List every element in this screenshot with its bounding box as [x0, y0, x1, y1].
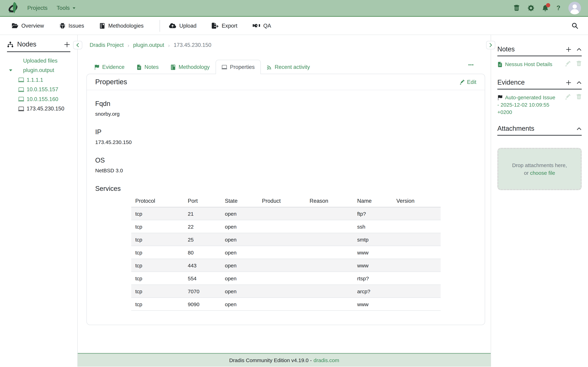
file-text-icon [497, 62, 503, 67]
edit-properties-button[interactable]: Edit [460, 79, 476, 85]
pencil-icon [565, 61, 571, 67]
tab-properties-label: Properties [230, 64, 255, 70]
note-link[interactable]: Nessus Host Details [497, 61, 552, 67]
add-note-button[interactable] [566, 46, 571, 52]
tree-item-label[interactable]: 10.0.155.160 [26, 96, 58, 102]
cell: open [221, 272, 258, 285]
rss-icon [267, 65, 272, 70]
cell [305, 220, 353, 233]
note-label: Nessus Host Details [505, 61, 552, 67]
chevron-up-icon [576, 47, 582, 52]
evidence-section-title: Evidence [497, 79, 566, 86]
tree-item-label[interactable]: Uploaded files [23, 58, 57, 64]
breadcrumb-project[interactable]: Dradis Project [90, 42, 124, 48]
cell: tcp [131, 233, 184, 246]
bell-icon[interactable] [542, 5, 548, 11]
edit-evidence-button[interactable] [565, 94, 571, 100]
cell [258, 259, 305, 272]
add-node-button[interactable] [64, 41, 70, 48]
cell [305, 207, 353, 220]
navbar-actions: ? [513, 2, 581, 14]
cell [305, 246, 353, 259]
nav-projects[interactable]: Projects [27, 5, 48, 11]
delete-note-button[interactable] [576, 61, 582, 67]
delete-evidence-button[interactable] [576, 94, 582, 100]
cell [305, 259, 353, 272]
evidence-item[interactable]: Auto-generated Issue - 2025-12-02 10:09:… [497, 94, 582, 116]
help-icon[interactable]: ? [556, 4, 560, 12]
cell [258, 246, 305, 259]
edit-note-button[interactable] [565, 61, 571, 67]
evidence-rule [497, 89, 582, 90]
tree-item-uploaded-files[interactable]: Uploaded files [7, 56, 70, 66]
book-icon [100, 23, 105, 28]
breadcrumb-separator: › [128, 42, 129, 48]
node-tabs: Evidence Notes Methodology Properties Re… [88, 60, 491, 74]
cell: 22 [184, 220, 221, 233]
cell [305, 233, 353, 246]
breadcrumb: Dradis Project › plugin.output › 173.45.… [90, 42, 491, 48]
tab-properties[interactable]: Properties [216, 60, 260, 74]
col-version: Version [392, 195, 441, 207]
tree-item-label[interactable]: plugin.output [23, 67, 54, 74]
breadcrumb-node[interactable]: plugin.output [133, 42, 164, 48]
cell: open [221, 298, 258, 310]
cell [258, 233, 305, 246]
toolbar-methodologies[interactable]: Methodologies [100, 23, 144, 29]
toolbar-methodologies-label: Methodologies [108, 23, 144, 29]
caret-down-icon[interactable] [9, 68, 13, 73]
dradis-logo-icon[interactable] [7, 1, 20, 15]
file-text-icon [137, 65, 142, 70]
nodes-panel-title: Nodes [17, 41, 64, 48]
service-row: tcp554openrtsp? [131, 272, 441, 285]
cell: tcp [131, 272, 184, 285]
toolbar-qa[interactable]: QA [253, 23, 271, 29]
toolbar-overview[interactable]: Overview [12, 23, 44, 29]
col-state: State [221, 195, 258, 207]
attachments-rule [497, 135, 582, 136]
tree-item-host[interactable]: 1.1.1.1 [7, 75, 70, 85]
search-icon[interactable] [571, 22, 578, 29]
tree-item-plugin-output[interactable]: plugin.output [7, 66, 70, 75]
toolbar-divider [160, 20, 160, 32]
tab-recent-activity[interactable]: Recent activity [260, 60, 316, 74]
cell: smtp [353, 233, 392, 246]
property-name: IP [95, 128, 476, 136]
collapse-left-sidebar-button[interactable] [73, 41, 82, 49]
tab-recent-activity-label: Recent activity [275, 64, 310, 70]
tab-notes[interactable]: Notes [130, 60, 165, 74]
choose-file-link[interactable]: choose file [530, 170, 555, 176]
attachments-dropzone[interactable]: Drop attachments here, orchoose file [497, 148, 582, 190]
pencil-icon [460, 80, 465, 84]
toolbar-upload[interactable]: Upload [169, 23, 197, 29]
gear-icon[interactable] [528, 5, 534, 11]
toolbar-issues[interactable]: Issues [59, 23, 84, 29]
collapse-notes-button[interactable] [576, 47, 582, 52]
cell [258, 207, 305, 220]
add-evidence-button[interactable] [566, 80, 571, 85]
evidence-link[interactable]: Auto-generated Issue - 2025-12-02 10:09:… [497, 94, 555, 115]
tab-evidence[interactable]: Evidence [88, 60, 130, 74]
collapse-right-sidebar-button[interactable] [486, 41, 495, 49]
avatar[interactable] [568, 2, 581, 14]
tree-item-host[interactable]: 10.0.155.160 [7, 94, 70, 104]
tree-item-host[interactable]: 10.0.155.157 [7, 85, 70, 94]
tree-item-host-selected[interactable]: 173.45.230.150 [7, 104, 70, 114]
breadcrumb-separator: › [168, 42, 170, 48]
footer-link[interactable]: dradis.com [314, 357, 339, 363]
trash-icon[interactable] [513, 5, 520, 11]
tree-item-label[interactable]: 1.1.1.1 [26, 77, 43, 83]
tree-item-label[interactable]: 10.0.155.157 [26, 86, 58, 93]
cell [392, 233, 441, 246]
note-item[interactable]: Nessus Host Details [497, 60, 582, 68]
tab-methodology[interactable]: Methodology [165, 60, 216, 74]
toolbar-export-label: Export [222, 23, 237, 29]
collapse-attachments-button[interactable] [576, 126, 582, 131]
attachments-section: Attachments Drop attachments here, orcho… [497, 125, 582, 190]
flag-icon [497, 95, 503, 100]
cell: www [353, 298, 392, 310]
toolbar-export[interactable]: Export [212, 23, 237, 29]
nav-tools[interactable]: Tools [57, 5, 76, 11]
collapse-evidence-button[interactable] [576, 80, 582, 85]
tree-item-label[interactable]: 173.45.230.150 [26, 106, 64, 112]
